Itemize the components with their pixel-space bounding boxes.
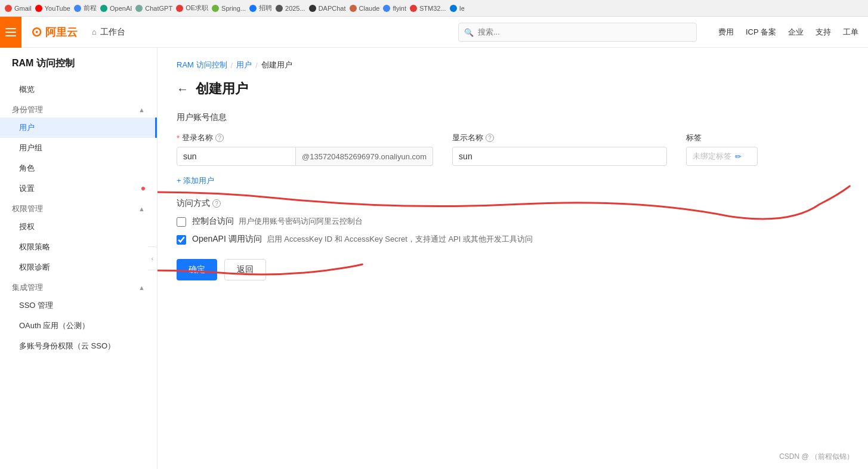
tab-chatgpt[interactable]: ChatGPT: [135, 5, 172, 12]
login-name-input-wrap: @1357204852696979.onaliyun.com: [177, 147, 433, 166]
login-name-label: * 登录名称 ?: [177, 132, 433, 143]
sidebar-item-diagnostics[interactable]: 权限诊断: [0, 257, 157, 277]
nav-workorder[interactable]: 工单: [843, 27, 858, 38]
tab-gmail[interactable]: Gmail: [5, 5, 32, 12]
tab-ie[interactable]: Ie: [450, 5, 465, 12]
openapi-access-checkbox[interactable]: [177, 235, 186, 245]
tab-stm32[interactable]: STM32...: [410, 5, 446, 12]
access-help-icon[interactable]: ?: [212, 199, 221, 208]
settings-dot: [141, 187, 145, 190]
breadcrumb-current: 创建用户: [261, 60, 292, 70]
page-title-row: ← 创建用户: [177, 80, 849, 98]
display-name-input[interactable]: [452, 147, 667, 166]
content-inner: RAM 访问控制 / 用户 / 创建用户 ← 创建用户 用户账号信息 * 登录名…: [157, 48, 868, 469]
tab-youtube[interactable]: YouTube: [35, 5, 70, 12]
form-buttons: 确定 返回: [177, 259, 849, 280]
tags-placeholder: 未绑定标签: [693, 151, 731, 162]
add-user-link[interactable]: + 添加用户: [177, 176, 214, 185]
breadcrumb: RAM 访问控制 / 用户 / 创建用户: [177, 60, 849, 70]
tags-edit-icon[interactable]: ✏: [735, 152, 742, 161]
nav-icp[interactable]: ICP 备案: [746, 27, 776, 38]
login-name-help-icon[interactable]: ?: [215, 134, 224, 142]
tags-field-container: 标签 未绑定标签 ✏: [686, 132, 758, 166]
sidebar-section-identity[interactable]: 身份管理 ▲: [0, 100, 157, 118]
hamburger-button[interactable]: [0, 17, 21, 48]
navbar-right: 费用 ICP 备案 企业 支持 工单: [718, 27, 858, 38]
tab-openai[interactable]: OpenAI: [100, 5, 132, 12]
sidebar-item-sso[interactable]: SSO 管理: [0, 295, 157, 316]
tab-spring[interactable]: Spring...: [212, 5, 246, 12]
tags-label: 标签: [686, 132, 758, 143]
watermark: CSDN @ （前程似锦）: [779, 452, 854, 462]
sidebar-item-overview[interactable]: 概览: [0, 79, 157, 100]
back-arrow-button[interactable]: ←: [177, 82, 189, 96]
nav-support[interactable]: 支持: [816, 27, 831, 38]
sidebar-item-roles[interactable]: 角色: [0, 158, 157, 178]
tags-input[interactable]: 未绑定标签 ✏: [686, 147, 758, 166]
search-icon: 🔍: [464, 27, 474, 36]
tab-recruit[interactable]: 招聘: [249, 4, 272, 13]
search-input[interactable]: [458, 23, 697, 42]
home-icon: ⌂: [92, 27, 97, 36]
console-access-label[interactable]: 控制台访问 用户使用账号密码访问阿里云控制台: [192, 216, 363, 226]
sidebar-item-auth[interactable]: 授权: [0, 217, 157, 237]
aliyun-logo[interactable]: ⊙ 阿里云: [31, 24, 78, 40]
login-name-input[interactable]: [177, 147, 296, 166]
sidebar-item-policy[interactable]: 权限策略: [0, 237, 157, 257]
chevron-up-icon-3: ▲: [138, 284, 145, 291]
tab-3[interactable]: 前程: [74, 4, 97, 13]
confirm-button[interactable]: 确定: [177, 259, 217, 280]
navbar: ⊙ 阿里云 ⌂ 工作台 🔍 费用 ICP 备案 企业 支持 工单: [0, 17, 868, 48]
user-info-row: * 登录名称 ? @1357204852696979.onaliyun.com …: [177, 132, 849, 166]
chevron-up-icon-2: ▲: [138, 205, 145, 212]
sidebar-section-permissions[interactable]: 权限管理 ▲: [0, 199, 157, 217]
access-section-label: 访问方式 ?: [177, 198, 849, 209]
openapi-access-row: OpenAPI 调用访问 启用 AccessKey ID 和 AccessKey…: [177, 234, 849, 245]
sidebar-item-settings[interactable]: 设置: [0, 178, 157, 199]
breadcrumb-ram[interactable]: RAM 访问控制: [177, 60, 227, 70]
sidebar-item-users[interactable]: 用户: [0, 118, 157, 138]
tab-flyint[interactable]: flyint: [383, 5, 406, 12]
add-user-row: + 添加用户: [177, 175, 849, 186]
annotation-overlay: [157, 48, 868, 469]
display-name-label: 显示名称 ?: [452, 132, 667, 143]
page-title: 创建用户: [196, 80, 248, 98]
sidebar: RAM 访问控制 概览 身份管理 ▲ 用户 用户组 角色 设置 权限管理 ▲ 授: [0, 48, 157, 469]
main-layout: RAM 访问控制 概览 身份管理 ▲ 用户 用户组 角色 设置 权限管理 ▲ 授: [0, 48, 868, 469]
sidebar-title: RAM 访问控制: [0, 57, 157, 79]
tab-dapchat[interactable]: DAPChat: [309, 5, 346, 12]
tab-2025[interactable]: 2025...: [276, 5, 305, 12]
chevron-up-icon: ▲: [138, 106, 145, 113]
back-button[interactable]: 返回: [224, 259, 266, 280]
browser-tab-bar: Gmail YouTube 前程 OpenAI ChatGPT OE求职 Spr…: [0, 0, 868, 17]
sidebar-collapse-button[interactable]: ‹: [148, 246, 157, 270]
login-name-suffix: @1357204852696979.onaliyun.com: [296, 147, 433, 166]
access-section: 访问方式 ? 控制台访问 用户使用账号密码访问阿里云控制台: [177, 198, 849, 245]
sidebar-item-usergroups[interactable]: 用户组: [0, 138, 157, 158]
login-name-field: * 登录名称 ? @1357204852696979.onaliyun.com: [177, 132, 433, 166]
nav-feiyong[interactable]: 费用: [718, 27, 734, 38]
tab-oe[interactable]: OE求职: [176, 4, 208, 13]
breadcrumb-users[interactable]: 用户: [236, 60, 252, 70]
console-access-row: 控制台访问 用户使用账号密码访问阿里云控制台: [177, 216, 849, 227]
nav-enterprise[interactable]: 企业: [788, 27, 804, 38]
workbench-nav[interactable]: ⌂ 工作台: [92, 27, 125, 38]
display-name-help-icon[interactable]: ?: [486, 134, 494, 142]
logo-icon: ⊙: [31, 24, 42, 40]
search-bar: 🔍: [458, 23, 697, 42]
sidebar-item-cloud-sso[interactable]: 多账号身份权限（云 SSO）: [0, 336, 157, 356]
openapi-access-label[interactable]: OpenAPI 调用访问 启用 AccessKey ID 和 AccessKey…: [192, 234, 533, 243]
console-access-checkbox[interactable]: [177, 217, 186, 227]
main-content: RAM 访问控制 / 用户 / 创建用户 ← 创建用户 用户账号信息 * 登录名…: [157, 48, 868, 469]
sidebar-section-integration[interactable]: 集成管理 ▲: [0, 277, 157, 295]
display-name-field: 显示名称 ?: [452, 132, 667, 166]
sidebar-item-oauth[interactable]: OAuth 应用（公测）: [0, 316, 157, 336]
required-star: *: [177, 134, 180, 143]
form-section-label: 用户账号信息: [177, 112, 849, 123]
tab-claude[interactable]: Claude: [350, 5, 380, 12]
